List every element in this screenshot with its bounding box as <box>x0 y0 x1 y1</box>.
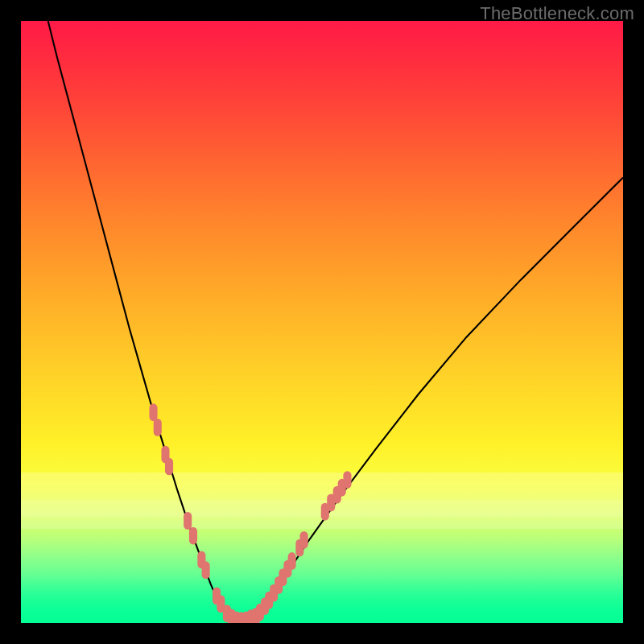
highlight-marker <box>149 403 157 421</box>
highlight-marker <box>189 527 197 545</box>
highlight-marker <box>300 531 308 549</box>
highlight-marker <box>154 419 162 436</box>
curve-layer <box>21 21 623 623</box>
highlight-marker <box>165 458 173 476</box>
highlight-marker <box>184 512 192 530</box>
watermark-text: TheBottleneck.com <box>480 3 634 24</box>
bottleneck-curve <box>48 21 623 621</box>
highlighted-points-group <box>149 403 351 623</box>
highlight-marker <box>288 552 296 570</box>
highlight-marker <box>343 471 351 489</box>
plot-area <box>21 21 623 623</box>
chart-frame: TheBottleneck.com <box>0 0 644 644</box>
highlight-marker <box>202 561 210 579</box>
